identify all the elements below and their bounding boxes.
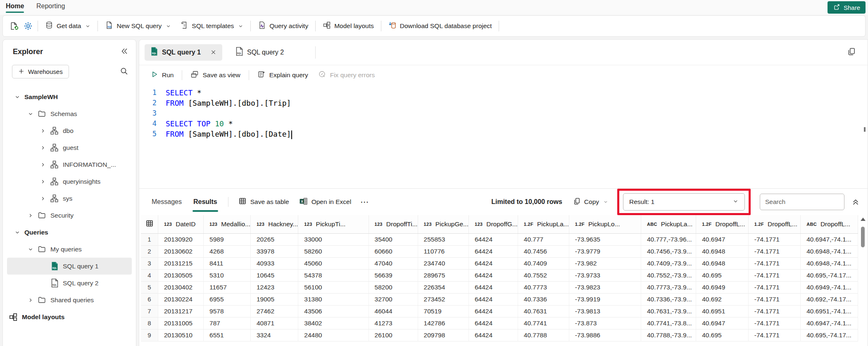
column-header-dropoffl[interactable]: ABCDropoffL... (801, 215, 858, 233)
model-layouts-button[interactable]: Model layouts (318, 19, 378, 33)
sql-code-editor[interactable]: 1SELECT *2FROM [SampleWH].[dbo].[Trip]34… (139, 85, 868, 188)
editor-line[interactable]: 5FROM [SampleWH].[dbo].[Date] (139, 129, 868, 139)
data-cell[interactable]: 12423 (250, 281, 298, 293)
new-report-button[interactable] (7, 19, 21, 33)
data-cell[interactable]: 56639 (369, 269, 418, 281)
data-cell[interactable]: 58260 (298, 245, 369, 257)
data-cell[interactable]: -74.1771 (748, 329, 800, 341)
data-cell[interactable]: 33000 (298, 233, 369, 245)
data-cell[interactable]: 60660 (369, 245, 418, 257)
column-header-dropoffl[interactable]: 1.2FDropoffL... (696, 215, 748, 233)
column-header-pickupti[interactable]: 123PickupTi... (298, 215, 369, 233)
data-cell[interactable]: -73.9823 (569, 281, 641, 293)
data-cell[interactable]: 46044 (369, 305, 418, 317)
data-cell[interactable]: 40933 (250, 257, 298, 269)
results-search-input[interactable] (760, 194, 844, 210)
data-cell[interactable]: 5310 (204, 269, 251, 281)
tree-item-guest[interactable]: guest (7, 139, 132, 156)
open-in-excel-button[interactable]: X Open in Excel (294, 197, 357, 207)
column-header-dropoffg[interactable]: 123DropoffG... (468, 215, 518, 233)
new-sql-query-button[interactable]: SQL New SQL query (100, 19, 176, 33)
tree-item-samplewh[interactable]: SampleWH (7, 88, 132, 105)
data-cell[interactable]: 35400 (369, 233, 418, 245)
data-cell[interactable]: 40.7552 (518, 269, 569, 281)
tab-sql-query-2[interactable]: SQL SQL query 2 (230, 44, 290, 61)
data-cell[interactable]: 3324 (250, 329, 298, 341)
data-cell[interactable]: 64424 (468, 329, 518, 341)
tree-item-sql-query-1[interactable]: SQLSQL query 1 (7, 258, 132, 275)
tree-item-schemas[interactable]: Schemas (7, 105, 132, 122)
data-cell[interactable]: 40.6948,-74.1... (801, 245, 858, 257)
data-cell[interactable]: 40.692,-74.17... (801, 293, 858, 305)
chevron-down-icon[interactable] (14, 230, 20, 235)
data-cell[interactable]: 20131005 (158, 317, 204, 329)
save-as-view-button[interactable]: Save as view (185, 68, 245, 83)
data-cell[interactable]: 40.7409 (518, 257, 569, 269)
data-cell[interactable]: 40.6947,-74.1... (801, 317, 858, 329)
data-cell[interactable]: 20130510 (158, 329, 204, 341)
save-as-table-button[interactable]: Save as table (233, 197, 294, 207)
tree-item-sql-query-2[interactable]: SQLSQL query 2 (7, 275, 132, 291)
query-activity-button[interactable]: Query activity (253, 19, 313, 33)
data-cell[interactable]: -74.1771 (748, 269, 800, 281)
data-cell[interactable]: 32700 (369, 293, 418, 305)
data-cell[interactable]: 38402 (298, 317, 369, 329)
column-header-pickupge[interactable]: 123PickupGe... (418, 215, 468, 233)
data-cell[interactable]: 40.7773 (518, 281, 569, 293)
data-cell[interactable]: 54378 (298, 269, 369, 281)
data-cell[interactable]: 4268 (204, 245, 251, 257)
column-header-medallio[interactable]: 123Medallio... (204, 215, 251, 233)
chevron-right-icon[interactable] (40, 128, 46, 134)
data-cell[interactable]: 5989 (204, 233, 251, 245)
column-header-dropoffti[interactable]: 123DropoffTi... (369, 215, 418, 233)
data-cell[interactable]: 10645 (250, 269, 298, 281)
data-cell[interactable]: -74.1771 (748, 257, 800, 269)
data-cell[interactable]: 64424 (468, 257, 518, 269)
tree-item-sys[interactable]: sys (7, 190, 132, 207)
scrollbar-thumb[interactable] (861, 227, 865, 247)
data-cell[interactable]: 45060 (298, 257, 369, 269)
data-cell[interactable]: -73.9886 (569, 329, 641, 341)
download-sql-project-button[interactable]: Download SQL database project (384, 19, 497, 33)
data-cell[interactable]: 20131215 (158, 257, 204, 269)
tab-results[interactable]: Results (188, 189, 223, 215)
data-cell[interactable]: 43506 (298, 305, 369, 317)
data-cell[interactable]: -74.1771 (748, 317, 800, 329)
data-cell[interactable]: 6551 (204, 329, 251, 341)
data-cell[interactable]: 19005 (250, 293, 298, 305)
data-cell[interactable]: 40.7552,-73.9... (641, 269, 696, 281)
data-cell[interactable]: 64424 (468, 305, 518, 317)
editor-line[interactable]: 1SELECT * (139, 88, 868, 98)
data-cell[interactable]: 40.7788,-73.9... (641, 329, 696, 341)
data-cell[interactable]: 40.7773,-73.9... (641, 281, 696, 293)
data-cell[interactable]: -73.873 (569, 317, 641, 329)
result-selector-dropdown[interactable]: Result: 1 (623, 193, 745, 211)
tree-item-queries[interactable]: Queries (7, 224, 132, 241)
data-cell[interactable]: 11657 (204, 281, 251, 293)
row-number-cell[interactable]: 3 (141, 257, 158, 269)
sql-templates-button[interactable]: SQL templates (176, 19, 248, 33)
data-cell[interactable]: 56100 (298, 281, 369, 293)
row-number-cell[interactable]: 5 (141, 281, 158, 293)
chevron-right-icon[interactable] (40, 179, 46, 185)
data-cell[interactable]: 20131217 (158, 305, 204, 317)
row-number-cell[interactable]: 7 (141, 305, 158, 317)
search-icon[interactable] (120, 67, 128, 77)
data-cell[interactable]: 40.7741 (518, 317, 569, 329)
duplicate-page-icon[interactable] (847, 47, 856, 57)
data-cell[interactable]: 41273 (369, 317, 418, 329)
column-header-pickupla[interactable]: 1.2FPickupLa... (518, 215, 569, 233)
data-cell[interactable]: 40.7409,-73.9... (641, 257, 696, 269)
copy-button[interactable]: Copy (568, 197, 613, 207)
row-number-cell[interactable]: 6 (141, 293, 158, 305)
share-button[interactable]: Share (828, 1, 866, 14)
data-cell[interactable]: 20265 (250, 233, 298, 245)
editor-line[interactable]: 2FROM [SampleWH].[dbo].[Trip] (139, 98, 868, 108)
close-tab-icon[interactable] (210, 49, 216, 55)
row-number-cell[interactable]: 8 (141, 317, 158, 329)
data-cell[interactable]: 8411 (204, 257, 251, 269)
tree-item-model-layouts[interactable]: Model layouts (7, 308, 132, 325)
data-cell[interactable]: 40.6948,-74.1... (801, 257, 858, 269)
nav-tab-home[interactable]: Home (6, 2, 24, 10)
column-header-dropoffl[interactable]: 1.2FDropoffL... (748, 215, 800, 233)
